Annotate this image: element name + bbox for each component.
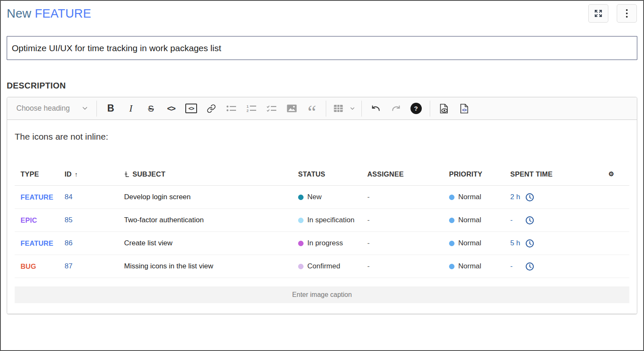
status-cell: In specification [298,216,367,224]
header-actions [588,4,637,23]
subject-cell: Create list view [124,239,298,247]
editor-paragraph[interactable]: The icons are not inline: [15,132,629,142]
status-cell: New [298,193,367,201]
id-cell: 84 [65,193,124,201]
toolbar-separator [326,101,326,117]
table-dropdown-button[interactable] [347,100,358,117]
page-title-prefix: New [7,7,31,20]
spent-time-cell: 2 h [510,193,589,202]
numbered-list-button[interactable]: 1 2 [242,100,262,117]
subject-cell: Missing icons in the list view [124,262,298,270]
heading-dropdown-label: Choose heading [16,104,70,113]
view-source-button[interactable]: <> [454,100,474,117]
column-status: STATUS [298,170,367,178]
svg-text:2: 2 [247,109,249,113]
link-button[interactable] [201,100,221,117]
page-title: New FEATURE [7,7,91,21]
spent-time-cell: - [510,262,589,271]
priority-dot [449,218,454,223]
page-header: New FEATURE [7,3,637,23]
numbered-list-icon: 1 2 [247,104,257,112]
assignee-cell: - [367,262,449,270]
svg-text:<>: <> [462,107,467,112]
clock-icon [525,262,534,271]
toolbar-separator [361,101,362,117]
subject-cell: Two-factor authentication [124,216,298,224]
todo-list-button[interactable] [262,100,282,117]
chevron-down-icon [82,107,88,110]
clock-icon [525,193,534,202]
kebab-menu-icon [626,9,628,18]
spent-time-cell: 5 h [510,239,589,248]
bold-button[interactable]: B [101,100,121,117]
block-quote-button[interactable]: “ [302,100,322,117]
inline-code-button[interactable]: <> [161,100,181,117]
status-cell: Confirmed [298,262,367,270]
bulleted-list-icon [226,105,236,112]
priority-cell: Normal [449,216,510,224]
column-priority: PRIORITY [449,170,510,178]
editor-help-button[interactable]: ? [406,100,426,117]
sort-asc-icon: ↑ [75,171,78,178]
priority-cell: Normal [449,262,510,270]
svg-text:1: 1 [247,104,249,109]
id-cell: 86 [65,239,124,247]
column-spent-time: SPENT TIME [510,170,589,178]
insert-table-button[interactable] [330,100,347,117]
description-label: DESCRIPTION [7,81,637,91]
bulleted-list-button[interactable] [221,100,242,117]
editor-toolbar: Choose heading B I S <> <> [7,97,637,120]
image-icon [287,104,297,112]
undo-button[interactable] [366,100,386,117]
table-settings-gear-icon: ⚙ [589,170,629,178]
column-subject: SUBJECT [124,170,298,178]
clock-icon [525,239,534,248]
priority-dot [449,241,454,246]
table-header-row: TYPE ID ↑ SUBJECT STATUS AS [15,163,629,186]
code-block-icon: <> [185,104,197,113]
embedded-image-work-package-table[interactable]: TYPE ID ↑ SUBJECT STATUS AS [15,163,629,303]
redo-button[interactable] [386,100,406,117]
type-cell: FEATURE [21,239,65,247]
assignee-cell: - [367,239,449,247]
subject-input[interactable] [7,36,637,60]
heading-dropdown[interactable]: Choose heading [13,100,93,117]
preview-icon [439,104,449,114]
redo-icon [391,104,401,113]
column-id: ID ↑ [65,170,124,178]
insert-image-button[interactable] [282,100,302,117]
undo-icon [371,104,381,113]
page-title-type: FEATURE [35,7,91,20]
table-icon [334,104,343,112]
description-editor: Choose heading B I S <> <> [7,97,637,314]
priority-cell: Normal [449,193,510,201]
status-dot [298,195,304,200]
column-type: TYPE [21,170,65,178]
strikethrough-button[interactable]: S [141,100,161,117]
more-actions-button[interactable] [617,4,637,23]
image-caption-input[interactable]: Enter image caption [15,286,629,303]
assignee-cell: - [367,193,449,201]
preview-button[interactable] [434,100,454,117]
new-work-package-page: New FEATURE DESCRIPTION [0,0,644,351]
id-cell: 85 [65,216,124,224]
status-dot [298,241,304,246]
priority-dot [449,264,454,269]
priority-dot [449,195,454,200]
clock-icon [525,216,534,225]
type-cell: BUG [21,263,65,270]
quote-icon: “ [308,100,316,117]
status-cell: In progress [298,239,367,247]
italic-button[interactable]: I [121,100,141,117]
source-code-icon: <> [459,104,470,114]
subject-cell: Develop login screen [124,193,298,201]
editor-content-area[interactable]: The icons are not inline: TYPE ID ↑ [7,120,637,314]
chevron-down-icon [350,107,355,110]
code-block-button[interactable]: <> [181,100,201,117]
type-cell: EPIC [21,216,65,224]
expand-icon [594,9,603,18]
id-cell: 87 [65,262,124,270]
type-cell: FEATURE [21,193,65,201]
spent-time-cell: - [510,216,589,225]
fullscreen-button[interactable] [588,4,608,23]
